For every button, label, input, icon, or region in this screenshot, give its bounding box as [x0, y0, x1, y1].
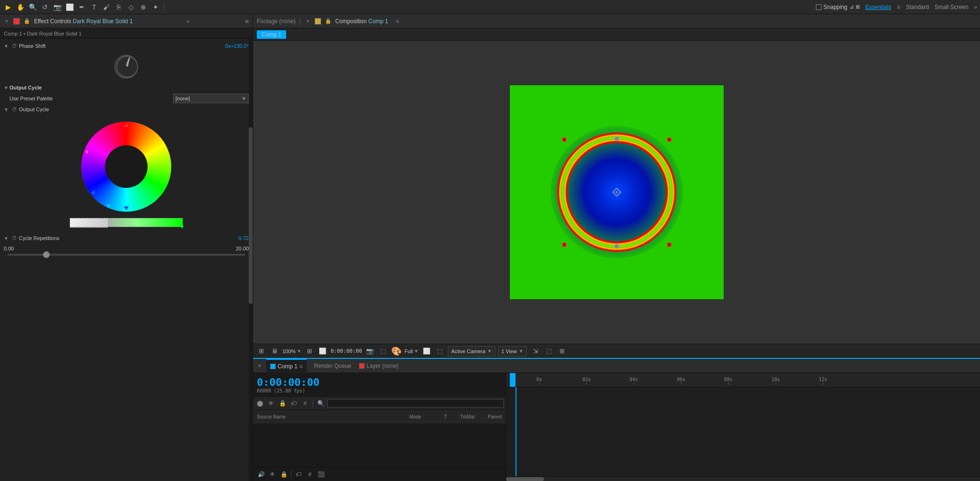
puppet-tool-icon[interactable]: ⊕: [138, 2, 149, 12]
quality-selector[interactable]: Full ▼: [404, 348, 419, 354]
comp-lock-icon[interactable]: 🔒: [325, 18, 332, 24]
camera-tool-icon[interactable]: 📷: [52, 2, 62, 12]
color-wheel-svg[interactable]: [79, 119, 174, 214]
breadcrumb: Comp 1 • Dark Royal Blue Solid 1: [0, 28, 253, 39]
workspace-menu-icon[interactable]: ≡: [897, 4, 900, 10]
workspace-standard-btn[interactable]: Standard: [906, 4, 929, 10]
phase-shift-expand[interactable]: ▼: [4, 44, 9, 49]
comp-btn-color[interactable]: 🎨: [391, 346, 402, 356]
comp-btn-show-snapshot[interactable]: ⬚: [378, 346, 388, 356]
comp-btn-toggle-1[interactable]: ⬜: [421, 346, 432, 356]
comp-btn-expand-view[interactable]: ⇲: [531, 346, 541, 356]
comp-menu-btn[interactable]: ≡: [396, 18, 399, 25]
phase-dial[interactable]: [114, 55, 138, 79]
big-timecode[interactable]: 0:00:00:00: [257, 376, 502, 388]
clone-tool-icon[interactable]: ⎘: [114, 2, 124, 12]
footage-tab[interactable]: Footage (none): [257, 18, 296, 25]
tl-tool-3[interactable]: 🔒: [278, 399, 287, 408]
tl-tool-1[interactable]: ⬤: [255, 399, 264, 408]
comp-close-btn[interactable]: ×: [305, 18, 311, 24]
cycle-rep-stopwatch[interactable]: ⏱: [11, 235, 18, 241]
text-tool-icon[interactable]: T: [89, 2, 99, 12]
comp-timecode[interactable]: 0:00:00:00: [331, 348, 362, 354]
comp-btn-mask[interactable]: ⬜: [317, 346, 328, 356]
comp-toolbar: ⊞ 🖥 100% ▼ ⊞ ⬜ 0:00:00:00 📷 ⬚ 🎨 Full ▼ ⬜…: [253, 344, 980, 358]
timeline-comp-menu[interactable]: ≡: [299, 363, 303, 370]
active-camera-selector[interactable]: Active Camera ▼: [448, 346, 495, 356]
workspace-essentials-btn[interactable]: Essentials: [866, 4, 892, 10]
tl-tool-5[interactable]: #: [300, 399, 310, 408]
lc-lock-icon[interactable]: 🔒: [280, 470, 288, 479]
comp-btn-grid[interactable]: ⊞: [304, 346, 315, 356]
comp-btn-snapshot[interactable]: 📷: [365, 346, 375, 356]
slider-container[interactable]: [0, 254, 253, 259]
comp-btn-safe-zones[interactable]: ⬚: [544, 346, 554, 356]
comp-viewport: [253, 41, 980, 344]
snapping-icon-2: ⊞: [856, 4, 860, 10]
tl-search-icon[interactable]: 🔍: [316, 399, 325, 408]
gradient-end-pointer[interactable]: ▼: [179, 223, 185, 230]
tab-separator: |: [299, 18, 301, 25]
hand-tool-icon[interactable]: ✋: [15, 2, 26, 12]
render-queue-tab[interactable]: Render Queue: [310, 363, 355, 369]
lc-number-icon[interactable]: #: [306, 470, 314, 479]
comp-btn-layout[interactable]: ⊞: [557, 346, 568, 356]
comp-sub-tabs: Comp 1: [253, 28, 980, 41]
ruler-playhead[interactable]: [510, 373, 516, 387]
timeline-panel: × Comp 1 ≡ Render Queue Layer (none): [253, 358, 980, 481]
timeline-search-input[interactable]: [327, 399, 504, 408]
comp1-tab[interactable]: Comp 1: [257, 30, 286, 39]
eraser-tool-icon[interactable]: ◇: [126, 2, 136, 12]
slider-thumb[interactable]: [43, 251, 50, 258]
cycle-repetitions-row: ▼ ⏱ Cycle Repetitions 0.72: [0, 233, 253, 243]
comp-btn-2[interactable]: 🖥: [269, 346, 280, 356]
pin-tool-icon[interactable]: ✦: [150, 2, 161, 12]
effect-controls-lock-icon[interactable]: 🔒: [24, 18, 30, 24]
comp-btn-1[interactable]: ⊞: [256, 346, 266, 356]
pen-tool-icon[interactable]: ✒: [77, 2, 87, 12]
slider-track[interactable]: [8, 254, 245, 256]
tl-tool-4[interactable]: 🏷: [289, 399, 298, 408]
output-cycle-sub-stopwatch[interactable]: ⏱: [11, 106, 18, 113]
lc-black-icon[interactable]: ⬛: [317, 470, 325, 479]
brush-tool-icon[interactable]: 🖌: [101, 2, 112, 12]
lc-visibility-icon[interactable]: 👁: [268, 470, 277, 479]
preset-palette-select[interactable]: [none] ▼: [173, 94, 249, 103]
lc-audio-icon[interactable]: 🔊: [257, 470, 265, 479]
phase-shift-stopwatch[interactable]: ⏱: [11, 43, 18, 49]
snapping-toggle[interactable]: Snapping ⊿ ⊞: [816, 4, 860, 10]
timeline-close-btn[interactable]: ×: [257, 363, 262, 369]
workspace-small-screen-btn[interactable]: Small Screen: [935, 4, 968, 10]
lc-tag-icon[interactable]: 🏷: [294, 470, 303, 479]
snapping-checkbox[interactable]: [816, 4, 822, 10]
rect-tool-icon[interactable]: ⬜: [64, 2, 75, 12]
cycle-rep-label: Cycle Repetitions: [19, 235, 239, 241]
tl-tool-2[interactable]: 👁: [266, 399, 276, 408]
output-cycle-expand[interactable]: ▼: [4, 85, 9, 90]
timeline-scroll-thumb[interactable]: [506, 477, 544, 481]
scroll-track[interactable]: [249, 39, 253, 481]
effect-controls-expand-btn[interactable]: »: [186, 18, 190, 25]
view-selector[interactable]: 1 View ▼: [498, 346, 527, 356]
effect-controls-close-btn[interactable]: ×: [4, 18, 9, 24]
gradient-bar-wrapper[interactable]: ▼: [70, 218, 183, 227]
workspace-expand-btn[interactable]: »: [974, 4, 977, 10]
quality-chevron: ▼: [414, 348, 419, 354]
effect-controls-tab-bar: × 🔒 Effect Controls Dark Royal Blue Soli…: [0, 14, 253, 28]
cycle-rep-value[interactable]: 0.72: [239, 235, 249, 241]
output-cycle-sub-expand[interactable]: ▼: [4, 107, 9, 112]
zoom-tool-icon[interactable]: 🔍: [27, 2, 38, 12]
output-cycle-section: ▼ Output Cycle: [0, 82, 253, 93]
cycle-rep-expand[interactable]: ▼: [4, 236, 9, 241]
preset-palette-select-wrapper[interactable]: [none] ▼: [173, 94, 249, 103]
effect-controls-menu-btn[interactable]: ≡: [245, 18, 249, 25]
comp-btn-toggle-2[interactable]: ⬚: [435, 346, 445, 356]
timeline-scrollbar[interactable]: [506, 476, 980, 481]
zoom-selector[interactable]: 100% ▼: [282, 348, 301, 354]
timeline-comp1-tab[interactable]: Comp 1 ≡: [266, 359, 306, 373]
select-tool-icon[interactable]: ▶: [3, 2, 13, 12]
phase-dial-svg: [115, 55, 137, 79]
phase-shift-value[interactable]: 0x+130.0°: [225, 43, 249, 49]
rotate-tool-icon[interactable]: ↺: [40, 2, 50, 12]
scroll-thumb[interactable]: [249, 127, 253, 304]
